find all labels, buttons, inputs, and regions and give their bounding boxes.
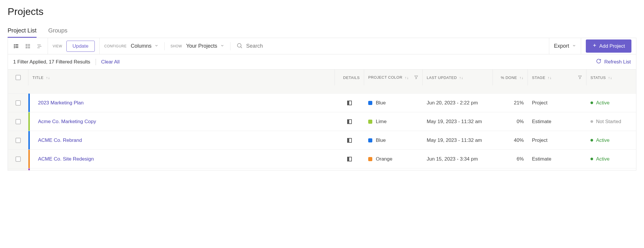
status-text: Active [596,156,609,162]
details-icon[interactable] [347,138,352,143]
row-checkbox[interactable] [16,138,21,143]
columns-dropdown[interactable]: Columns [131,43,159,49]
filter-icon[interactable] [578,75,582,80]
color-swatch [368,157,372,161]
chevron-down-icon [154,43,159,49]
search [236,42,544,50]
project-link[interactable]: ACME Co. Site Redesign [38,156,94,162]
refresh-list-link[interactable]: Refresh List [596,58,631,65]
title-cell: ACME Co. Site Redesign [30,150,335,168]
filter-bar: 1 Filter Applied, 17 Filtered Results Cl… [8,54,636,70]
sort-icon: ↑↓ [519,75,524,80]
status-cell: Active [586,150,636,168]
tab-project-list[interactable]: Project List [8,24,37,38]
select-all-checkbox[interactable] [16,75,21,80]
status-text: Not Started [596,119,621,125]
svg-rect-5 [16,47,18,48]
th-details: DETAILS [335,70,364,85]
status-dot [590,101,593,104]
show-label: SHOW [171,44,182,48]
details-icon[interactable] [347,101,352,105]
status-text: Active [596,137,609,143]
clear-all-link[interactable]: Clear All [101,59,120,65]
row-checkbox[interactable] [16,156,21,162]
th-done[interactable]: % DONE ↑↓ [493,70,528,85]
stage-cell: Estimate [528,112,586,131]
stage-cell: Project [528,94,586,112]
updated-cell: May 19, 2023 - 11:32 am [423,112,493,131]
color-cell: Blue [364,131,423,149]
view-update-section: VIEW Update [48,38,100,54]
view-grid-icon[interactable] [24,43,31,50]
view-label: VIEW [53,44,62,48]
svg-rect-6 [26,44,28,46]
th-stage[interactable]: STAGE ↑↓ [528,70,586,85]
search-icon [236,42,243,50]
table-row: 2023 Marketing Plan Blue Jun 20, 2023 - … [8,94,636,112]
color-name: Blue [376,137,386,143]
updated-cell: Jun 20, 2023 - 2:22 pm [423,94,493,112]
details-cell [335,112,364,131]
plus-icon [592,43,597,49]
color-cell: Blue [364,94,423,112]
update-button[interactable]: Update [66,41,95,52]
your-projects-dropdown[interactable]: Your Projects [186,43,224,49]
row-check-cell [8,168,28,170]
project-link[interactable]: 2023 Marketing Plan [38,100,84,106]
chevron-down-icon [572,43,576,49]
view-gantt-icon[interactable] [36,43,43,50]
svg-rect-1 [14,46,15,46]
table-gap [8,85,636,94]
title-cell: ACME Co. Rebrand [30,131,335,149]
details-icon[interactable] [347,119,352,124]
project-link[interactable]: Acme Co. Marketing Copy [38,119,96,125]
svg-rect-7 [28,44,30,46]
divider [96,59,96,65]
chevron-down-icon [220,43,224,49]
svg-line-14 [240,46,242,48]
svg-rect-10 [37,44,41,45]
row-checkbox[interactable] [16,119,21,124]
svg-rect-3 [16,44,18,45]
sort-icon: ↑↓ [459,75,463,80]
color-cell: Lime [364,112,423,131]
th-updated[interactable]: LAST UPDATED ↑↓ [423,70,493,85]
export-dropdown[interactable]: Export [554,43,576,49]
stage-cell: Estimate [528,150,586,168]
row-checkbox[interactable] [16,100,21,106]
divider [230,42,230,50]
details-icon[interactable] [347,157,352,161]
filter-icon[interactable] [414,75,418,80]
row-check-cell [8,94,28,112]
add-project-button[interactable]: Add Project [586,39,631,53]
project-link[interactable]: ACME Co. Rebrand [38,137,82,143]
table-row: Acme Co. Marketing Copy Lime May 19, 202… [8,112,636,131]
color-name: Lime [376,119,387,125]
view-list-icon[interactable] [13,43,20,50]
status-dot [590,158,593,160]
color-swatch [368,120,372,124]
th-color[interactable]: PROJECT COLOR ↑↓ [364,70,423,85]
table-row-partial [8,168,636,170]
status-text: Active [596,100,609,106]
details-cell [335,94,364,112]
view-icons [8,38,48,54]
divider [164,42,165,50]
status-cell: Active [586,131,636,149]
projects-table: TITLE ↑↓ DETAILS PROJECT COLOR ↑↓ LAST U… [8,70,636,170]
svg-rect-4 [16,46,18,46]
th-status[interactable]: STATUS ↑↓ [586,70,636,85]
svg-rect-8 [26,46,28,48]
tab-groups[interactable]: Groups [48,24,68,38]
configure-section: CONFIGURE Columns SHOW Your Projects [100,38,550,54]
search-input[interactable] [246,43,544,49]
color-name: Blue [376,100,386,106]
th-title[interactable]: TITLE ↑↓ [28,70,335,85]
refresh-icon [596,58,601,65]
table-header: TITLE ↑↓ DETAILS PROJECT COLOR ↑↓ LAST U… [8,70,636,85]
title-cell: Acme Co. Marketing Copy [30,112,335,131]
title-cell: 2023 Marketing Plan [30,94,335,112]
status-dot [590,120,593,123]
configure-label: CONFIGURE [104,44,127,48]
updated-cell: May 19, 2023 - 11:32 am [423,131,493,149]
